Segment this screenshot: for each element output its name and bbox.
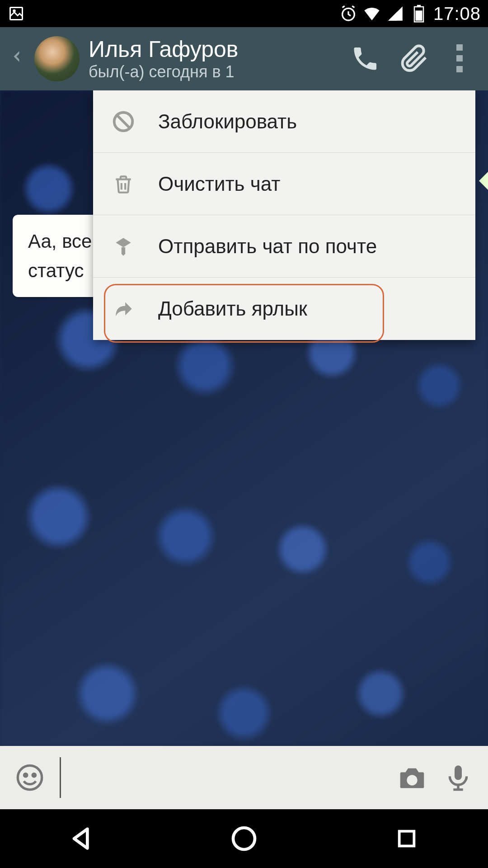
emoji-button[interactable] <box>14 761 46 794</box>
nav-back-button[interactable] <box>63 821 99 857</box>
block-icon <box>111 109 136 134</box>
svg-point-7 <box>18 765 42 789</box>
attach-button[interactable] <box>400 44 429 73</box>
cell-signal-icon <box>386 5 404 23</box>
svg-rect-5 <box>415 10 422 21</box>
back-button[interactable] <box>9 43 25 75</box>
menu-item-label: Добавить ярлык <box>158 297 307 320</box>
mic-button[interactable] <box>442 761 474 794</box>
svg-point-1 <box>14 10 15 12</box>
status-bar: 17:08 <box>0 0 488 27</box>
status-time: 17:08 <box>433 4 481 24</box>
phone-screen: 17:08 Илья Гафуров был(-а) сегодня в 1 <box>0 0 488 868</box>
menu-item-block[interactable]: Заблокировать <box>93 90 475 153</box>
svg-point-12 <box>233 828 255 849</box>
battery-icon <box>410 5 428 23</box>
svg-point-9 <box>33 774 35 776</box>
menu-item-add-shortcut[interactable]: Добавить ярлык <box>93 278 475 340</box>
shortcut-icon <box>111 297 136 321</box>
nav-recents-button[interactable] <box>389 821 425 857</box>
picture-notification-icon <box>7 5 25 23</box>
system-nav-bar <box>0 809 488 868</box>
contact-info[interactable]: Илья Гафуров был(-а) сегодня в 1 <box>89 36 342 81</box>
camera-button[interactable] <box>396 761 428 794</box>
contact-avatar[interactable] <box>34 36 80 81</box>
svg-point-8 <box>24 774 27 776</box>
message-line: Аа, все <box>28 226 92 256</box>
message-line: статус <box>28 256 92 285</box>
alarm-icon <box>339 5 357 23</box>
chat-header: Илья Гафуров был(-а) сегодня в 1 <box>0 27 488 90</box>
nav-home-button[interactable] <box>226 821 262 857</box>
contact-status: был(-а) сегодня в 1 <box>89 62 342 81</box>
menu-item-email-chat[interactable]: Отправить чат по почте <box>93 215 475 278</box>
menu-item-label: Отправить чат по почте <box>158 235 377 258</box>
overflow-menu-button[interactable] <box>450 44 479 73</box>
svg-point-10 <box>407 775 417 785</box>
menu-item-label: Очистить чат <box>158 173 280 195</box>
outgoing-bubble-edge <box>474 172 488 194</box>
chat-area[interactable]: Аа, все статус Заблокировать Очистить ча… <box>0 90 488 746</box>
overflow-dropdown-menu: Заблокировать Очистить чат Отправить чат… <box>93 90 475 340</box>
message-input-bar <box>0 746 488 809</box>
svg-rect-4 <box>417 5 421 7</box>
message-text-input[interactable] <box>60 757 382 798</box>
contact-name: Илья Гафуров <box>89 36 342 62</box>
wifi-icon <box>363 5 381 23</box>
call-button[interactable] <box>351 44 380 73</box>
mail-icon <box>111 234 136 259</box>
menu-item-label: Заблокировать <box>158 110 297 133</box>
trash-icon <box>111 172 136 196</box>
svg-rect-11 <box>455 765 462 780</box>
svg-rect-13 <box>399 831 414 846</box>
menu-item-clear-chat[interactable]: Очистить чат <box>93 153 475 215</box>
